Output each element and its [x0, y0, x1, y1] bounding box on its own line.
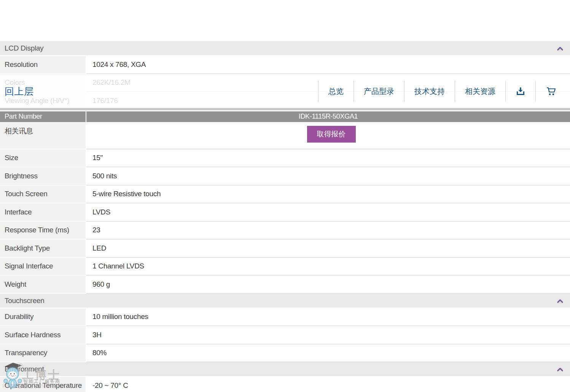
spec-label: Transparency: [0, 344, 86, 363]
section-title: Touchscreen: [5, 297, 44, 305]
table-row: Interface LVDS: [0, 203, 570, 222]
product-nav-menu: 总览 产品型录 技术支持 相关资源: [318, 81, 566, 102]
spec-label: Durability: [0, 308, 86, 327]
spec-label: Signal Interface: [0, 258, 86, 276]
table-row: Brightness 500 nits: [0, 167, 570, 186]
quote-cell: 取得报价: [86, 122, 570, 149]
table-row: Response Time (ms) 23: [0, 222, 570, 240]
spec-value: 80%: [86, 344, 570, 363]
nav-item-related-resources[interactable]: 相关资源: [455, 86, 505, 97]
sticky-product-navbar: 回上层 总览 产品型录 技术支持 相关资源: [0, 75, 570, 108]
table-row: Surface Hardness 3H: [0, 326, 570, 344]
table-row: Backlight Type LED: [0, 240, 570, 258]
part-number-row: Part Number IDK-1115R-50XGA1: [0, 111, 570, 122]
spec-label: Interface: [0, 203, 86, 222]
spec-value: 500 nits: [86, 167, 570, 186]
part-number-value: IDK-1115R-50XGA1: [86, 111, 570, 122]
table-row: Resolution 1024 x 768, XGA: [0, 56, 570, 74]
spec-label: Operational Temperature: [0, 377, 86, 392]
table-row: Operational Temperature -20 ~ 70° C: [0, 377, 570, 392]
get-quote-button[interactable]: 取得报价: [307, 126, 356, 143]
back-to-top-link[interactable]: 回上层: [5, 85, 34, 98]
section-title: Environment: [5, 365, 44, 373]
spec-label: Weight: [0, 276, 86, 294]
spec-label: Backlight Type: [0, 240, 86, 258]
spec-label: Response Time (ms): [0, 222, 86, 240]
spec-label: Resolution: [0, 56, 86, 74]
section-header-lcd-display[interactable]: LCD Display: [0, 41, 570, 56]
part-number-label: Part Number: [0, 111, 86, 122]
spec-value: 5-wire Resistive touch: [86, 186, 570, 204]
table-row: Size 15": [0, 149, 570, 168]
download-icon[interactable]: [506, 87, 535, 96]
chevron-up-icon[interactable]: [557, 365, 563, 373]
spec-label: Size: [0, 149, 86, 168]
table-row: Signal Interface 1 Channel LVDS: [0, 258, 570, 276]
cart-icon[interactable]: [536, 87, 566, 96]
related-info-row: 相关讯息 取得报价: [0, 122, 570, 149]
table-row: Touch Screen 5-wire Resistive touch: [0, 186, 570, 204]
nav-item-tech-support[interactable]: 技术支持: [404, 86, 455, 97]
navbar-bottom-shadow: [0, 108, 570, 110]
spec-value: 960 g: [86, 276, 570, 294]
spec-value: 1 Channel LVDS: [86, 258, 570, 276]
spec-label: Brightness: [0, 167, 86, 186]
table-row: Weight 960 g: [0, 276, 570, 294]
spec-label: Touch Screen: [0, 186, 86, 204]
section-header-environment[interactable]: Environment: [0, 362, 570, 377]
section-header-touchscreen[interactable]: Touchscreen: [0, 294, 570, 308]
related-info-label: 相关讯息: [0, 122, 86, 149]
product-spec-page: LCD Display Resolution 1024 x 768, XGA C…: [0, 0, 570, 392]
spec-value: 15": [86, 149, 570, 168]
table-row: Durability 10 million touches: [0, 308, 570, 327]
spec-value: LED: [86, 240, 570, 258]
spec-value: -20 ~ 70° C: [86, 377, 570, 392]
chevron-up-icon[interactable]: [557, 297, 563, 305]
spec-value: 10 million touches: [86, 308, 570, 327]
spec-value: 3H: [86, 326, 570, 344]
chevron-up-icon[interactable]: [557, 44, 563, 52]
spec-value: 23: [86, 222, 570, 240]
nav-item-catalog[interactable]: 产品型录: [354, 86, 404, 97]
nav-item-overview[interactable]: 总览: [318, 86, 353, 97]
spec-value: LVDS: [86, 203, 570, 222]
table-row: Transparency 80%: [0, 344, 570, 363]
section-title: LCD Display: [5, 44, 43, 52]
spec-label: Surface Hardness: [0, 326, 86, 344]
spec-value: 1024 x 768, XGA: [86, 56, 570, 74]
